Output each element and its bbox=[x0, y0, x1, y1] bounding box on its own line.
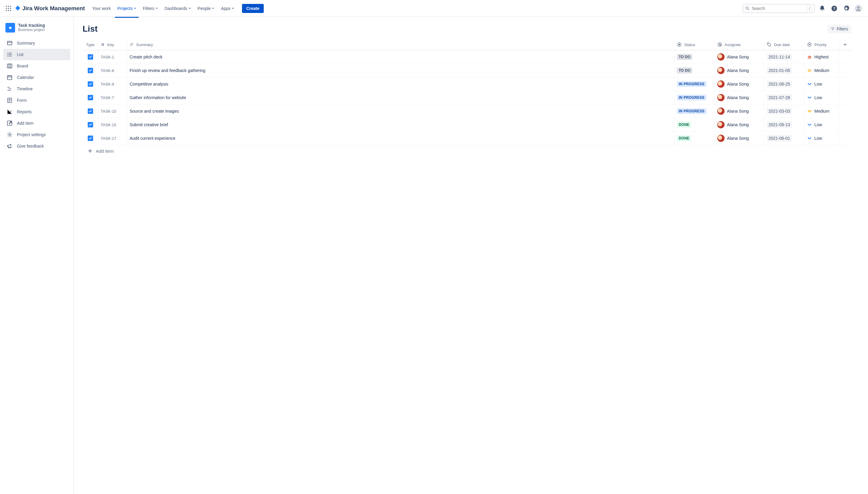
cell-assignee[interactable]: Alana Song bbox=[715, 50, 764, 63]
sidebar-item-form[interactable]: Form bbox=[3, 95, 70, 106]
cell-priority[interactable]: Highest bbox=[805, 50, 839, 63]
add-item-row[interactable]: Add item bbox=[82, 145, 851, 157]
cell-key[interactable]: TASK-10 bbox=[98, 104, 127, 118]
nav-filters[interactable]: Filters bbox=[141, 4, 160, 13]
cell-type[interactable] bbox=[82, 50, 98, 63]
cell-due-date[interactable]: 2021-01-05 bbox=[764, 64, 805, 77]
add-column-button[interactable] bbox=[839, 39, 851, 50]
sidebar-item-reports[interactable]: Reports bbox=[3, 106, 70, 117]
cell-summary[interactable]: Competitive analysis bbox=[127, 77, 675, 91]
nav-projects[interactable]: Projects bbox=[115, 4, 138, 13]
cell-due-date[interactable]: 2021-03-03 bbox=[764, 104, 805, 118]
sidebar-item-calendar[interactable]: Calendar bbox=[3, 72, 70, 83]
cell-type[interactable] bbox=[82, 64, 98, 77]
cell-assignee[interactable]: Alana Song bbox=[715, 132, 764, 145]
nav-dashboards[interactable]: Dashboards bbox=[162, 4, 193, 13]
avatar bbox=[717, 94, 724, 101]
nav-apps[interactable]: Apps bbox=[219, 4, 237, 13]
cell-due-date[interactable]: 2021-06-01 bbox=[764, 132, 805, 145]
table-row[interactable]: TASK-17Audit current experienceDONEAlana… bbox=[82, 132, 851, 145]
cell-status[interactable]: IN PROGRESS bbox=[675, 77, 715, 91]
calendar-icon bbox=[7, 74, 13, 80]
cell-status[interactable]: TO DO bbox=[675, 64, 715, 77]
notifications-icon[interactable] bbox=[817, 4, 827, 13]
table-row[interactable]: TASK-15Submit creative briefDONEAlana So… bbox=[82, 118, 851, 132]
cell-key[interactable]: TASK-9 bbox=[98, 77, 127, 91]
cell-priority[interactable]: Medium bbox=[805, 104, 839, 118]
cell-key[interactable]: TASK-8 bbox=[98, 64, 127, 77]
nav-people[interactable]: People bbox=[195, 4, 217, 13]
table-row[interactable]: TASK-1Create pitch deckTO DOAlana Song20… bbox=[82, 50, 851, 64]
sidebar-item-add-item[interactable]: Add item bbox=[3, 117, 70, 129]
project-header[interactable]: Task tracking Business project bbox=[3, 23, 70, 37]
sidebar-item-timeline[interactable]: Timeline bbox=[3, 83, 70, 95]
cell-type[interactable] bbox=[82, 77, 98, 91]
cell-summary[interactable]: Source and create images bbox=[127, 104, 675, 118]
sidebar-item-board[interactable]: Board bbox=[3, 60, 70, 72]
cell-summary[interactable]: Submit creative brief bbox=[127, 118, 675, 131]
svg-point-2 bbox=[10, 6, 11, 7]
col-status[interactable]: Status bbox=[675, 39, 715, 50]
profile-avatar[interactable] bbox=[853, 4, 863, 13]
col-type[interactable]: Type bbox=[82, 39, 98, 50]
cell-type[interactable] bbox=[82, 91, 98, 104]
cell-priority[interactable]: Low bbox=[805, 118, 839, 131]
sidebar-item-list[interactable]: List bbox=[3, 49, 70, 60]
cell-assignee[interactable]: Alana Song bbox=[715, 91, 764, 104]
cell-priority[interactable]: Low bbox=[805, 132, 839, 145]
table-row[interactable]: TASK-9Competitive analysisIN PROGRESSAla… bbox=[82, 77, 851, 91]
cell-due-date[interactable]: 2021-07-28 bbox=[764, 91, 805, 104]
cell-assignee[interactable]: Alana Song bbox=[715, 64, 764, 77]
cell-due-date[interactable]: 2021-11-14 bbox=[764, 50, 805, 63]
cell-priority[interactable]: Medium bbox=[805, 64, 839, 77]
board-icon bbox=[7, 63, 13, 69]
product-logo[interactable]: Jira Work Management bbox=[15, 5, 85, 12]
settings-icon[interactable] bbox=[842, 4, 851, 13]
cell-assignee[interactable]: Alana Song bbox=[715, 104, 764, 118]
table-row[interactable]: TASK-10Source and create imagesIN PROGRE… bbox=[82, 104, 851, 118]
cell-status[interactable]: DONE bbox=[675, 118, 715, 131]
app-switcher-icon[interactable] bbox=[5, 5, 12, 12]
col-assignee[interactable]: Assignee bbox=[715, 39, 764, 50]
cell-status[interactable]: IN PROGRESS bbox=[675, 91, 715, 104]
cell-summary[interactable]: Gather information for website bbox=[127, 91, 675, 104]
task-type-icon bbox=[88, 81, 93, 87]
cell-priority[interactable]: Low bbox=[805, 77, 839, 91]
search-field[interactable] bbox=[752, 6, 805, 11]
search-shortcut: / bbox=[807, 6, 813, 11]
hash-icon bbox=[101, 42, 105, 47]
table-row[interactable]: TASK-8Finish up review and feedback gath… bbox=[82, 64, 851, 77]
cell-assignee[interactable]: Alana Song bbox=[715, 118, 764, 131]
cell-type[interactable] bbox=[82, 104, 98, 118]
cell-summary[interactable]: Finish up review and feedback gathering bbox=[127, 64, 675, 77]
nav-your-work[interactable]: Your work bbox=[90, 4, 113, 13]
cell-status[interactable]: TO DO bbox=[675, 50, 715, 63]
col-due[interactable]: Due date bbox=[764, 39, 805, 50]
col-summary[interactable]: Summary bbox=[127, 39, 675, 50]
col-priority[interactable]: Priority bbox=[805, 39, 839, 50]
cell-assignee[interactable]: Alana Song bbox=[715, 77, 764, 91]
cell-summary[interactable]: Create pitch deck bbox=[127, 50, 675, 63]
cell-key[interactable]: TASK-17 bbox=[98, 132, 127, 145]
filters-button[interactable]: Filters bbox=[828, 25, 851, 33]
sidebar-item-project-settings[interactable]: Project settings bbox=[3, 129, 70, 140]
cell-due-date[interactable]: 2021-09-13 bbox=[764, 118, 805, 131]
col-key[interactable]: Key bbox=[98, 39, 127, 50]
cell-status[interactable]: DONE bbox=[675, 132, 715, 145]
cell-type[interactable] bbox=[82, 132, 98, 145]
table-row[interactable]: TASK-7Gather information for websiteIN P… bbox=[82, 91, 851, 104]
cell-priority[interactable]: Low bbox=[805, 91, 839, 104]
cell-key[interactable]: TASK-7 bbox=[98, 91, 127, 104]
sidebar-item-label: Timeline bbox=[17, 87, 33, 91]
search-input[interactable]: / bbox=[743, 4, 815, 13]
cell-summary[interactable]: Audit current experience bbox=[127, 132, 675, 145]
cell-due-date[interactable]: 2021-06-25 bbox=[764, 77, 805, 91]
create-button[interactable]: Create bbox=[242, 4, 264, 13]
cell-key[interactable]: TASK-15 bbox=[98, 118, 127, 131]
cell-type[interactable] bbox=[82, 118, 98, 131]
cell-status[interactable]: IN PROGRESS bbox=[675, 104, 715, 118]
sidebar-item-summary[interactable]: Summary bbox=[3, 37, 70, 49]
cell-key[interactable]: TASK-1 bbox=[98, 50, 127, 63]
help-icon[interactable]: ? bbox=[829, 4, 839, 13]
sidebar-item-give-feedback[interactable]: Give feedback bbox=[3, 140, 70, 152]
